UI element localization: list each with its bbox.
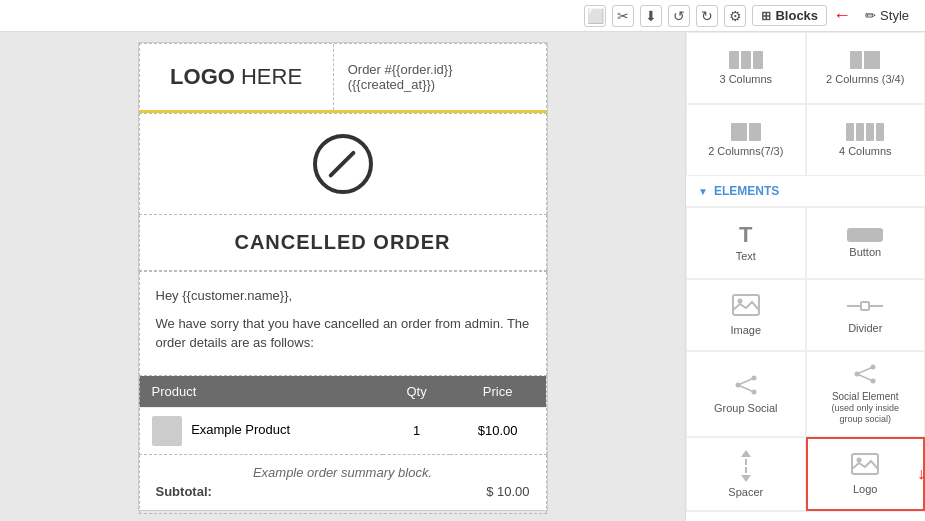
col-qty: Qty: [383, 376, 449, 408]
product-name: Example Product: [191, 422, 290, 437]
group-social-icon: [734, 375, 758, 398]
text-label: Text: [736, 250, 756, 262]
divider-icon: [847, 296, 883, 318]
element-social[interactable]: Social Element(used only insidegroup soc…: [806, 351, 926, 437]
block-3-columns[interactable]: 3 Columns: [686, 32, 806, 104]
subtotal-row: Subtotal: $ 10.00: [156, 480, 530, 503]
blocks-label: Blocks: [775, 8, 818, 23]
summary-label: Example order summary block.: [156, 465, 530, 480]
element-group-social[interactable]: Group Social: [686, 351, 806, 437]
email-header-block[interactable]: LOGO HERE Order #{{order.id}} ({{created…: [139, 43, 547, 113]
element-divider[interactable]: Divider: [806, 279, 926, 351]
store-elements-section-header: ▼ STORE ELEMENTS: [686, 511, 925, 521]
col2-73-label: 2 Columns(7/3): [708, 145, 783, 157]
elements-section: ▼ ELEMENTS T Text Button: [686, 176, 925, 511]
col-product: Product: [139, 376, 383, 408]
svg-line-9: [738, 385, 754, 392]
col2-73-icon: [731, 123, 761, 141]
undo-icon[interactable]: ↺: [668, 5, 690, 27]
redo-icon[interactable]: ↻: [696, 5, 718, 27]
logo-red-arrow: ↓: [917, 465, 925, 483]
grid-icon: ⊞: [761, 9, 771, 23]
col2-34-label: 2 Columns (3/4): [826, 73, 904, 85]
product-table: Product Qty Price Example Product 1 $10.…: [139, 376, 547, 455]
group-social-label: Group Social: [714, 402, 778, 414]
spacer-icon: [741, 450, 751, 482]
spacer-label: Spacer: [728, 486, 763, 498]
image-icon: [732, 294, 760, 320]
text-icon: T: [739, 224, 752, 246]
settings-icon[interactable]: ⚙: [724, 5, 746, 27]
block-4-columns[interactable]: 4 Columns: [806, 104, 926, 176]
cancel-icon: [313, 134, 373, 194]
product-cell: Example Product: [139, 407, 383, 454]
cut-icon[interactable]: ✂: [612, 5, 634, 27]
greeting-text: Hey {{customer.name}},: [156, 286, 530, 306]
arrow-indicator: ←: [833, 5, 851, 26]
toolbar: ⬜ ✂ ⬇ ↺ ↻ ⚙ ⊞ Blocks ← ✏ Style: [0, 0, 925, 32]
svg-line-13: [857, 367, 873, 374]
style-label: Style: [880, 8, 909, 23]
col3-icon: [729, 51, 763, 69]
social-element-icon: [853, 364, 877, 387]
elements-section-header: ▼ ELEMENTS: [686, 176, 925, 207]
table-header-row: Product Qty Price: [139, 376, 546, 408]
elements-grid: T Text Button: [686, 207, 925, 511]
cancelled-order-title: CANCELLED ORDER: [156, 231, 530, 254]
col4-label: 4 Columns: [839, 145, 892, 157]
col4-icon: [846, 123, 884, 141]
svg-line-14: [857, 374, 873, 381]
element-logo[interactable]: Logo ↓: [806, 437, 926, 511]
logo-element-icon: [851, 453, 879, 479]
button-label: Button: [849, 246, 881, 258]
style-tab-button[interactable]: ✏ Style: [857, 6, 917, 25]
right-panel: 3 Columns 2 Columns (3/4) 2 Columns(7/3): [685, 32, 925, 521]
canvas-area: LOGO HERE Order #{{order.id}} ({{created…: [0, 32, 685, 521]
button-icon: [847, 228, 883, 242]
col2-34-icon: [850, 51, 880, 69]
svg-point-1: [737, 299, 742, 304]
pencil-icon: ✏: [865, 8, 876, 23]
subtotal-label: Subtotal:: [156, 484, 212, 499]
subtotal-value: $ 10.00: [486, 484, 529, 499]
block-2-columns-34[interactable]: 2 Columns (3/4): [806, 32, 926, 104]
table-row: Example Product 1 $10.00: [139, 407, 546, 454]
svg-rect-3: [861, 302, 869, 310]
columns-grid: 3 Columns 2 Columns (3/4) 2 Columns(7/3): [686, 32, 925, 176]
order-summary-block[interactable]: Example order summary block. Subtotal: $…: [139, 455, 547, 514]
email-template: LOGO HERE Order #{{order.id}} ({{created…: [138, 42, 548, 511]
download-icon[interactable]: ⬇: [640, 5, 662, 27]
elements-section-title: ELEMENTS: [714, 184, 779, 198]
product-image-placeholder: [152, 416, 182, 446]
text-block[interactable]: Hey {{customer.name}}, We have sorry tha…: [139, 272, 547, 376]
col-price: Price: [450, 376, 546, 408]
element-button[interactable]: Button: [806, 207, 926, 279]
logo-here: HERE: [235, 64, 302, 89]
product-qty: 1: [383, 407, 449, 454]
social-element-label: Social Element(used only insidegroup soc…: [831, 391, 899, 424]
element-text[interactable]: T Text: [686, 207, 806, 279]
svg-point-16: [857, 458, 862, 463]
logo-section: LOGO HERE: [140, 44, 334, 110]
svg-line-8: [738, 378, 754, 385]
order-placeholder: Order #{{order.id}} ({{created_at}}): [348, 62, 532, 92]
elements-arrow-icon: ▼: [698, 186, 708, 197]
crop-icon[interactable]: ⬜: [584, 5, 606, 27]
logo-bold: LOGO: [170, 64, 235, 89]
blocks-tab-button[interactable]: ⊞ Blocks: [752, 5, 827, 26]
element-spacer[interactable]: Spacer: [686, 437, 806, 511]
logo-element-label: Logo: [853, 483, 877, 495]
divider-label: Divider: [848, 322, 882, 334]
block-2-columns-73[interactable]: 2 Columns(7/3): [686, 104, 806, 176]
col3-label: 3 Columns: [719, 73, 772, 85]
image-label: Image: [730, 324, 761, 336]
cancel-icon-block[interactable]: [139, 113, 547, 215]
main-layout: LOGO HERE Order #{{order.id}} ({{created…: [0, 32, 925, 521]
message-text: We have sorry that you have cancelled an…: [156, 314, 530, 353]
title-block[interactable]: CANCELLED ORDER: [139, 215, 547, 271]
element-image[interactable]: Image: [686, 279, 806, 351]
logo-text: LOGO HERE: [170, 64, 302, 90]
order-section: Order #{{order.id}} ({{created_at}}): [334, 44, 546, 110]
product-price: $10.00: [450, 407, 546, 454]
